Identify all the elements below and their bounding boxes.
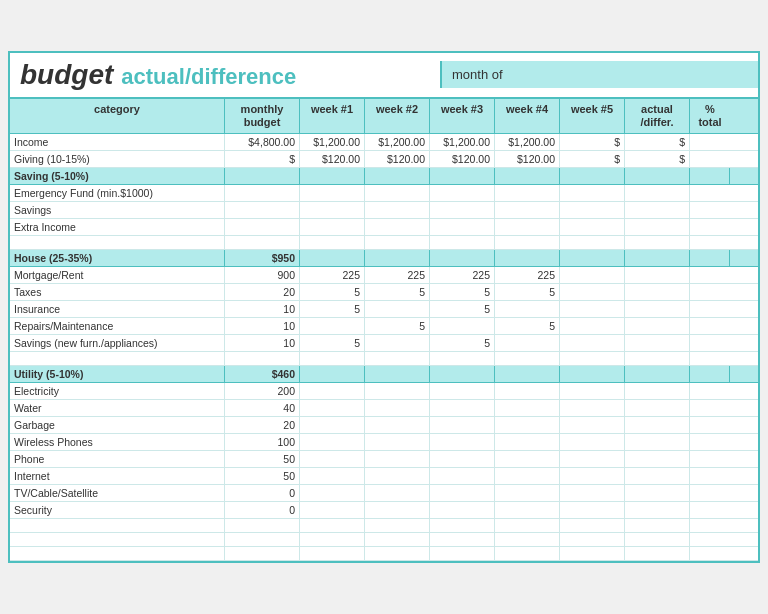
row-actual: $ (625, 134, 690, 150)
row-w5 (560, 485, 625, 501)
empty-cell (430, 352, 495, 365)
section-w5 (560, 366, 625, 382)
row-w2 (365, 202, 430, 218)
empty-cell (365, 352, 430, 365)
row-pct (690, 451, 730, 467)
empty-cell (560, 547, 625, 560)
table-row: Internet 50 (10, 468, 758, 485)
row-w1: 5 (300, 335, 365, 351)
row-w5 (560, 318, 625, 334)
table-row: Emergency Fund (min.$1000) (10, 185, 758, 202)
row-w1 (300, 219, 365, 235)
row-actual (625, 335, 690, 351)
row-w3: 5 (430, 301, 495, 317)
month-label: month of (452, 67, 503, 82)
row-w5 (560, 417, 625, 433)
table-row: Savings (new furn./appliances) 10 5 5 (10, 335, 758, 352)
row-pct (690, 284, 730, 300)
row-w4 (495, 451, 560, 467)
row-w3 (430, 202, 495, 218)
empty-cell (300, 533, 365, 546)
row-category: Insurance (10, 301, 225, 317)
row-w4 (495, 434, 560, 450)
row-pct (690, 301, 730, 317)
row-actual (625, 219, 690, 235)
row-actual: $ (625, 151, 690, 167)
row-w4 (495, 502, 560, 518)
row-budget: $ (225, 151, 300, 167)
empty-cell (10, 519, 225, 532)
section-w2 (365, 366, 430, 382)
row-category: Savings (10, 202, 225, 218)
empty-cell (225, 236, 300, 249)
section-w3 (430, 250, 495, 266)
row-budget: 50 (225, 468, 300, 484)
section-budget: $950 (225, 250, 300, 266)
row-w2: $1,200.00 (365, 134, 430, 150)
table-row: Taxes 20 5 5 5 5 (10, 284, 758, 301)
empty-cell (430, 533, 495, 546)
row-w5 (560, 284, 625, 300)
row-actual (625, 284, 690, 300)
row-actual (625, 202, 690, 218)
row-w3 (430, 318, 495, 334)
row-budget: $4,800.00 (225, 134, 300, 150)
row-w3: 5 (430, 335, 495, 351)
row-w1: $120.00 (300, 151, 365, 167)
row-pct (690, 417, 730, 433)
row-w5: $ (560, 151, 625, 167)
empty-cell (300, 519, 365, 532)
row-category: TV/Cable/Satellite (10, 485, 225, 501)
row-category: Security (10, 502, 225, 518)
empty-cell (560, 533, 625, 546)
row-pct (690, 502, 730, 518)
row-pct (690, 267, 730, 283)
row-w1 (300, 468, 365, 484)
empty-cell (225, 547, 300, 560)
empty-cell (225, 352, 300, 365)
row-actual (625, 318, 690, 334)
row-w5 (560, 383, 625, 399)
row-w3 (430, 485, 495, 501)
row-budget: 20 (225, 417, 300, 433)
row-pct (690, 151, 730, 167)
spreadsheet: budget actual/difference month of catego… (8, 51, 760, 563)
row-budget: 50 (225, 451, 300, 467)
row-pct (690, 485, 730, 501)
empty-cell (625, 519, 690, 532)
row-w5 (560, 267, 625, 283)
empty-cell (690, 533, 730, 546)
header-week1: week #1 (300, 99, 365, 133)
section-w1 (300, 250, 365, 266)
row-category: Garbage (10, 417, 225, 433)
row-w1 (300, 417, 365, 433)
section-pct (690, 168, 730, 184)
row-budget (225, 185, 300, 201)
empty-cell (365, 533, 430, 546)
empty-cell (430, 547, 495, 560)
row-w2 (365, 502, 430, 518)
section-w3 (430, 366, 495, 382)
row-category: Savings (new furn./appliances) (10, 335, 225, 351)
title-actual: actual/difference (121, 64, 296, 90)
row-w1 (300, 434, 365, 450)
section-w4 (495, 250, 560, 266)
row-category: Taxes (10, 284, 225, 300)
row-w1 (300, 400, 365, 416)
row-pct (690, 468, 730, 484)
row-w4: 5 (495, 318, 560, 334)
header-week4: week #4 (495, 99, 560, 133)
row-w3 (430, 185, 495, 201)
empty-cell (495, 547, 560, 560)
header-row: category monthly budget week #1 week #2 … (10, 99, 758, 134)
row-budget: 20 (225, 284, 300, 300)
row-w2 (365, 185, 430, 201)
row-w5 (560, 400, 625, 416)
row-category: Electricity (10, 383, 225, 399)
empty-cell (430, 519, 495, 532)
row-w4: 225 (495, 267, 560, 283)
row-budget: 10 (225, 318, 300, 334)
empty-cell (10, 352, 225, 365)
section-actual (625, 250, 690, 266)
row-category: Repairs/Maintenance (10, 318, 225, 334)
